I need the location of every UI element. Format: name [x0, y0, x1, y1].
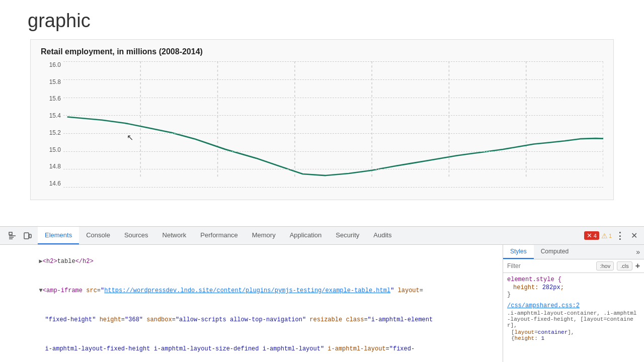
chart-container: Retail employment, in millions (2008-201… — [30, 39, 614, 200]
tab-network[interactable]: Network — [155, 227, 194, 244]
html-line-amp-iframe-table-2: "fixed-height" height="368" sandbox="all… — [0, 305, 503, 334]
tab-application[interactable]: Application — [283, 227, 329, 244]
svg-rect-12 — [29, 234, 31, 238]
grid-line-5 — [63, 133, 603, 134]
grid-line-7 — [63, 169, 603, 169]
tab-security[interactable]: Security — [329, 227, 366, 244]
element-style-prop[interactable]: height: 282px; — [513, 284, 640, 291]
html-line-amp-iframe-table[interactable]: ▼<amp-iframe src="https://wordpressdev.l… — [0, 276, 503, 305]
css-selector-long: .i-amphtml-layout-container, .i-amphtml-… — [507, 310, 640, 328]
element-style-selector: element.style { — [507, 276, 640, 283]
y-label-7: 14.8 — [41, 163, 63, 170]
y-label-2: 15.8 — [41, 78, 63, 85]
styles-tab-styles[interactable]: Styles — [503, 245, 534, 259]
css-continued: [layout=container], — [507, 329, 640, 335]
page-title: graphic — [0, 0, 644, 39]
chart-title: Retail employment, in millions (2008-201… — [41, 47, 603, 56]
main-content: graphic Retail employment, in millions (… — [0, 0, 644, 229]
close-devtools-button[interactable]: ✕ — [628, 230, 640, 242]
y-axis: 16.0 15.8 15.6 15.4 15.2 15.0 14.8 14.6 — [41, 61, 63, 197]
svg-rect-11 — [24, 233, 29, 239]
device-toolbar-button[interactable] — [22, 230, 34, 242]
styles-tab-computed[interactable]: Computed — [534, 245, 576, 259]
tab-memory[interactable]: Memory — [245, 227, 283, 244]
styles-content: element.style { height: 282px; } /css/am… — [503, 273, 644, 362]
devtools-tabbar: Elements Console Sources Network Perform… — [0, 227, 644, 245]
y-label-3: 15.6 — [41, 95, 63, 102]
grid-line-3 — [63, 98, 603, 98]
tab-audits[interactable]: Audits — [366, 227, 398, 244]
tab-elements[interactable]: Elements — [38, 227, 79, 244]
styles-tabs: Styles Computed » — [503, 245, 644, 259]
devtools-body: ▶<h2>table</h2> ▼<amp-iframe src="https:… — [0, 245, 644, 362]
html-panel[interactable]: ▶<h2>table</h2> ▼<amp-iframe src="https:… — [0, 245, 503, 362]
styles-filter-bar: :hov .cls + — [503, 259, 644, 273]
chart-svg — [63, 61, 603, 187]
html-line-h2table[interactable]: ▶<h2>table</h2> — [0, 247, 503, 276]
html-line-amp-iframe-table-3: i-amphtml-layout-fixed-height i-amphtml-… — [0, 334, 503, 362]
grid-line-1 — [63, 61, 603, 62]
add-style-button[interactable]: + — [635, 261, 640, 270]
y-label-4: 15.4 — [41, 112, 63, 119]
tab-sources[interactable]: Sources — [117, 227, 155, 244]
devtools-left-icons — [3, 227, 38, 244]
grid-line-2 — [63, 79, 603, 80]
svg-rect-7 — [9, 232, 12, 235]
devtools-tabs-list: Elements Console Sources Network Perform… — [38, 227, 580, 244]
y-label-5: 15.2 — [41, 129, 63, 136]
css-source-link[interactable]: /css/ampshared.css:2 — [507, 302, 640, 309]
y-label-1: 16.0 — [41, 61, 63, 68]
error-count-badge: ✕ 4 — [584, 231, 599, 240]
grid-line-8 — [63, 187, 603, 188]
warn-count-badge: ⚠ 1 — [601, 232, 612, 240]
grid-line-6 — [63, 151, 603, 152]
y-label-6: 15.0 — [41, 146, 63, 153]
css-continued-2: {height: 1 — [507, 335, 640, 341]
chart-area: 16.0 15.8 15.6 15.4 15.2 15.0 14.8 14.6 — [41, 61, 603, 197]
css-source-rule: /css/ampshared.css:2 .i-amphtml-layout-c… — [507, 302, 640, 341]
tab-console[interactable]: Console — [79, 227, 117, 244]
styles-panel: Styles Computed » :hov .cls + element.st… — [503, 245, 644, 362]
styles-tab-more-button[interactable]: » — [632, 245, 644, 259]
grid-line-4 — [63, 115, 603, 116]
devtools-panel: Elements Console Sources Network Perform… — [0, 226, 644, 362]
more-options-button[interactable]: ⋮ — [614, 230, 626, 242]
styles-filter-input[interactable] — [507, 262, 593, 269]
hov-pseudo-button[interactable]: :hov — [596, 261, 614, 270]
y-label-8: 14.6 — [41, 180, 63, 187]
tab-performance[interactable]: Performance — [193, 227, 245, 244]
devtools-right-area: ✕ 4 ⚠ 1 ⋮ ✕ — [580, 227, 644, 244]
cls-pseudo-button[interactable]: .cls — [617, 261, 632, 270]
inspect-element-button[interactable] — [7, 230, 19, 242]
chart-grid: ↖ — [63, 61, 603, 187]
element-style-rule: element.style { height: 282px; } — [507, 276, 640, 298]
